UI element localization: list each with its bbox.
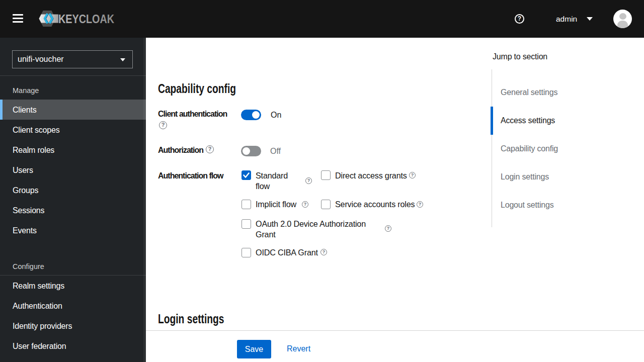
svg-text:KEYCLOAK: KEYCLOAK — [58, 12, 115, 26]
